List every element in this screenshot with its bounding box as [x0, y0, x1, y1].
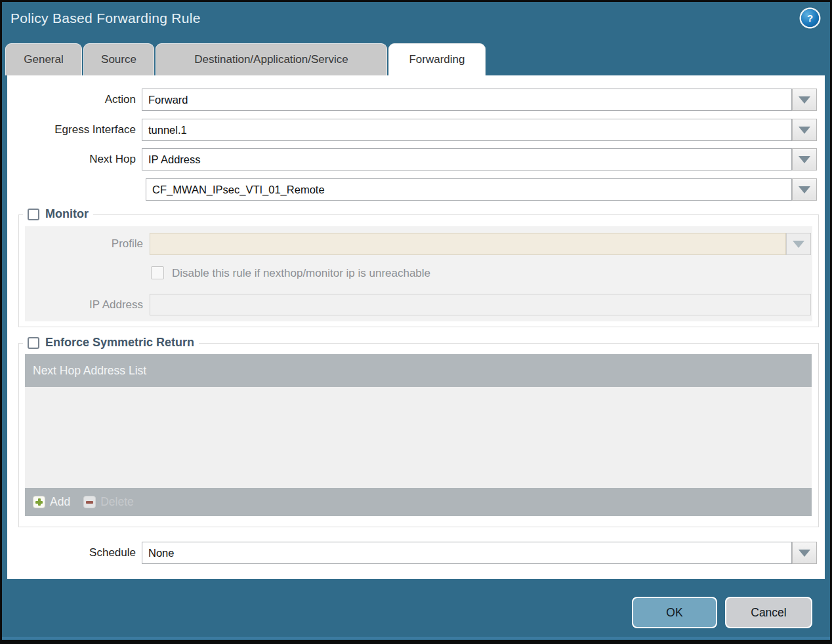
- chevron-down-icon: [799, 156, 810, 163]
- pbf-rule-dialog: Policy Based Forwarding Rule ? General S…: [0, 0, 832, 644]
- monitor-checkbox[interactable]: [28, 209, 39, 220]
- next-hop-address-dropdown-button[interactable]: [792, 178, 817, 201]
- chevron-down-icon: [799, 96, 810, 104]
- add-icon: [33, 496, 45, 508]
- egress-interface-label: Egress Interface: [7, 119, 136, 141]
- schedule-select[interactable]: None: [142, 542, 792, 564]
- help-icon[interactable]: ?: [801, 9, 819, 27]
- chevron-down-icon: [799, 550, 810, 557]
- symmetric-return-section: Enforce Symmetric Return Next Hop Addres…: [18, 343, 819, 527]
- monitor-ip-address-label: IP Address: [25, 294, 143, 316]
- monitor-section: Monitor Profile Disable this rule if nex…: [18, 214, 819, 327]
- table-body-empty[interactable]: [25, 387, 812, 488]
- table-footer-toolbar: Add Delete: [25, 488, 812, 516]
- add-button[interactable]: Add: [33, 495, 70, 509]
- next-hop-type-dropdown-button[interactable]: [792, 148, 817, 171]
- cancel-button[interactable]: Cancel: [725, 597, 812, 628]
- symmetric-return-checkbox[interactable]: [28, 337, 39, 349]
- profile-dropdown-button: [786, 233, 811, 255]
- dialog-actions: OK Cancel: [632, 597, 812, 628]
- schedule-dropdown-button[interactable]: [792, 542, 817, 564]
- table-header: Next Hop Address List: [25, 354, 812, 387]
- profile-select: [150, 233, 786, 255]
- tab-bar: General Source Destination/Application/S…: [5, 43, 486, 75]
- tab-general[interactable]: General: [5, 43, 82, 75]
- chevron-down-icon: [799, 186, 810, 193]
- egress-interface-select[interactable]: tunnel.1: [142, 119, 792, 141]
- next-hop-type-select[interactable]: IP Address: [142, 148, 792, 171]
- action-select[interactable]: Forward: [142, 89, 792, 111]
- monitor-ip-address-input: [150, 294, 811, 315]
- delete-icon: [83, 496, 96, 508]
- help-glyph: ?: [807, 13, 813, 23]
- dialog-title: Policy Based Forwarding Rule: [10, 10, 201, 26]
- chevron-down-icon: [799, 127, 810, 134]
- tab-forwarding[interactable]: Forwarding: [388, 43, 486, 75]
- symmetric-return-legend: Enforce Symmetric Return: [23, 336, 199, 350]
- disable-rule-checkbox: [151, 266, 164, 279]
- ok-button[interactable]: OK: [632, 597, 717, 628]
- next-hop-address-table: Next Hop Address List Add Delete: [25, 354, 812, 516]
- delete-button-label: Delete: [100, 495, 134, 509]
- next-hop-label: Next Hop: [7, 148, 136, 171]
- schedule-label: Schedule: [7, 542, 136, 564]
- delete-button: Delete: [83, 495, 134, 509]
- action-label: Action: [7, 89, 136, 111]
- monitor-disabled-panel: Profile Disable this rule if nexthop/mon…: [25, 226, 812, 321]
- next-hop-address-select[interactable]: CF_MWAN_IPsec_VTI_01_Remote: [146, 178, 792, 201]
- window-bottom-edge: [2, 637, 830, 639]
- action-dropdown-button[interactable]: [792, 89, 817, 111]
- disable-rule-label: Disable this rule if nexthop/monitor ip …: [172, 267, 430, 280]
- chevron-down-icon: [793, 241, 804, 248]
- profile-label: Profile: [25, 233, 143, 255]
- monitor-legend-label: Monitor: [45, 207, 89, 221]
- monitor-legend: Monitor: [23, 207, 93, 221]
- forwarding-tab-panel: Action Forward Egress Interface tunnel.1…: [7, 75, 825, 579]
- symmetric-return-legend-label: Enforce Symmetric Return: [45, 336, 194, 350]
- egress-interface-dropdown-button[interactable]: [792, 119, 817, 141]
- tab-source[interactable]: Source: [83, 43, 154, 75]
- add-button-label: Add: [50, 495, 70, 509]
- tab-destination-application-service[interactable]: Destination/Application/Service: [156, 43, 387, 75]
